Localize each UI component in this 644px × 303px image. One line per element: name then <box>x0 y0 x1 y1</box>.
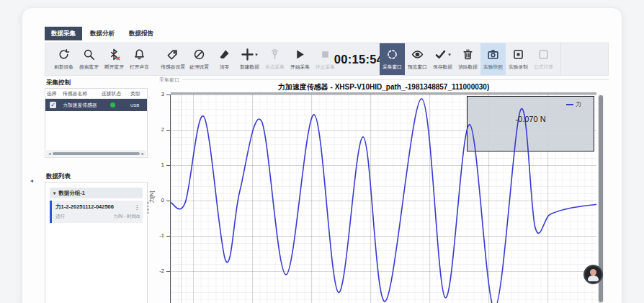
sensor-checkbox[interactable]: ✓ <box>50 102 56 108</box>
single-point-collect-label: 单点采集 <box>265 63 285 71</box>
sound-on-button[interactable]: 打开声音 <box>127 43 152 75</box>
bell-icon <box>133 48 146 61</box>
y-tick-label: -2 <box>151 268 164 274</box>
touch-icon <box>269 48 281 61</box>
sensor-settings-label: 传感器设置 <box>161 63 185 71</box>
eye-icon <box>411 48 424 61</box>
camera-icon <box>487 48 499 61</box>
data-item-axes: 力/N - 时间/s <box>113 214 140 220</box>
dropdown-caret-icon[interactable]: ▾ <box>448 52 451 58</box>
save-data-label: 保存数据 <box>433 63 452 71</box>
new-data-label: 新建数据 <box>240 63 259 71</box>
scrollbar-thumb[interactable] <box>53 152 139 155</box>
tab-data-report[interactable]: 数据报告 <box>122 27 160 40</box>
data-item[interactable]: 力1-2-20251112-042506 ⋮ 运行 力/N - 时间/s <box>50 201 143 223</box>
sensor-row[interactable]: ✓ 力加速度传感器 USB <box>45 99 147 111</box>
search-bluetooth-label: 搜索蓝牙 <box>79 63 99 71</box>
y-tick-label: 1 <box>151 162 164 168</box>
legend-line-icon <box>566 104 573 105</box>
group-caret-icon: ▾ <box>53 190 55 196</box>
col-sensor-name: 传感器名称 <box>63 90 102 97</box>
start-collect-button[interactable]: 开始采集 <box>287 43 313 75</box>
play-icon <box>294 48 306 61</box>
stop-collect-label: 停止采集 <box>316 63 335 71</box>
formula-square-icon <box>537 48 550 61</box>
chart-title: 力加速度传感器 - XHSP-V10HID_path_-1981348857_1… <box>171 82 596 92</box>
horizontal-scrollbar[interactable]: ◄ ► <box>46 150 146 157</box>
chart-legend: 力 <box>566 100 581 108</box>
zero-button[interactable]: 清零 <box>212 43 237 75</box>
data-group-header[interactable]: ▾ 数据分组-1 <box>50 188 143 198</box>
avatar-person-icon <box>590 269 596 276</box>
avatar-person-icon <box>588 276 599 281</box>
disconnect-bluetooth-button[interactable]: 断开蓝牙 <box>102 43 127 75</box>
group-label: 数据分组-1 <box>58 190 85 197</box>
collect-control-title: 采集控制 <box>46 79 71 87</box>
refresh-icon <box>58 48 70 61</box>
bluetooth-off-icon <box>108 48 120 61</box>
plot-area[interactable]: -0.070 N 力 <box>171 95 596 303</box>
new-data-button[interactable]: ▾新建数据 <box>237 43 262 75</box>
col-connect-status: 连接状态 <box>102 90 130 97</box>
sensor-settings-button[interactable]: 传感器设置 <box>159 43 187 75</box>
sensor-tag-icon <box>166 48 179 61</box>
gauge-icon <box>193 48 205 61</box>
tab-data-collect[interactable]: 数据采集 <box>45 27 82 40</box>
dashed-circle-icon <box>386 48 398 61</box>
y-tick-mark <box>166 95 170 95</box>
refresh-device-button[interactable]: 刷新设备 <box>51 43 76 75</box>
check-icon <box>434 48 447 61</box>
single-point-collect-button[interactable]: 单点采集 <box>262 43 287 75</box>
clear-data-button[interactable]: 清除数据 <box>455 43 480 75</box>
record-icon <box>512 48 524 61</box>
refresh-device-label: 刷新设备 <box>54 63 73 71</box>
trash-icon <box>462 48 474 61</box>
experiment-record-button[interactable]: 实验录制 <box>506 43 531 75</box>
y-tick-label: -1 <box>151 232 164 239</box>
data-item-status: 运行 <box>55 214 65 220</box>
plus-icon <box>241 48 254 61</box>
dropdown-caret-icon[interactable]: ▾ <box>255 52 258 58</box>
toolbar-divider <box>560 43 561 75</box>
process-settings-label: 处理设置 <box>189 63 209 71</box>
stop-icon <box>319 48 331 61</box>
eraser-icon <box>218 48 231 61</box>
sensor-table-header: 选择 传感器名称 连接状态 类型 <box>45 89 147 99</box>
experiment-snapshot-label: 实验快照 <box>483 63 503 71</box>
experiment-snapshot-button[interactable]: 实验快照 <box>480 43 506 75</box>
formula-calc-label: 公式计算 <box>534 63 553 71</box>
sensor-name: 力加速度传感器 <box>63 102 102 109</box>
data-list-title: 数据列表 <box>46 172 71 181</box>
y-tick-label: 2 <box>151 126 164 133</box>
clear-data-label: 清除数据 <box>458 63 478 71</box>
sensor-table: 选择 传感器名称 连接状态 类型 ✓ 力加速度传感器 USB ◄ ► <box>45 88 148 158</box>
sidebar-collapse-icon[interactable]: ◂ <box>30 177 33 184</box>
status-dot-icon <box>110 102 115 107</box>
y-tick-label: 0 <box>151 197 164 203</box>
toolbar: 刷新设备搜索蓝牙断开蓝牙打开声音传感器设置处理设置清零▾新建数据单点采集开始采集… <box>45 43 609 76</box>
data-item-title: 力1-2-20251112-042506 <box>55 203 114 211</box>
y-tick-mark <box>166 130 170 131</box>
collect-timer: 00:15:54 <box>338 43 380 75</box>
sound-on-label: 打开声音 <box>130 63 149 71</box>
save-data-button[interactable]: ▾保存数据 <box>430 43 455 75</box>
chart-panel-rule <box>182 79 609 80</box>
search-icon <box>83 48 95 61</box>
preview-window-button[interactable]: 预览窗口 <box>405 43 430 75</box>
assistant-avatar-button[interactable] <box>583 265 603 284</box>
scroll-left-icon[interactable]: ◄ <box>48 152 51 156</box>
collect-window-label: 采集窗口 <box>383 63 402 71</box>
disconnect-bluetooth-label: 断开蓝牙 <box>104 63 124 71</box>
scroll-right-icon[interactable]: ► <box>141 152 145 156</box>
item-menu-icon[interactable]: ⋮ <box>134 204 140 211</box>
search-bluetooth-button[interactable]: 搜索蓝牙 <box>76 43 102 75</box>
preview-window-label: 预览窗口 <box>408 63 427 71</box>
process-settings-button[interactable]: 处理设置 <box>187 43 212 75</box>
y-tick-mark <box>166 201 170 201</box>
formula-calc-button[interactable]: 公式计算 <box>531 43 556 75</box>
y-tick-label: 3 <box>151 91 164 97</box>
tab-data-analysis[interactable]: 数据分析 <box>84 27 121 40</box>
collect-window-button[interactable]: 采集窗口 <box>380 43 405 75</box>
start-collect-label: 开始采集 <box>290 63 310 71</box>
annotation-value: -0.070 N <box>467 115 594 123</box>
